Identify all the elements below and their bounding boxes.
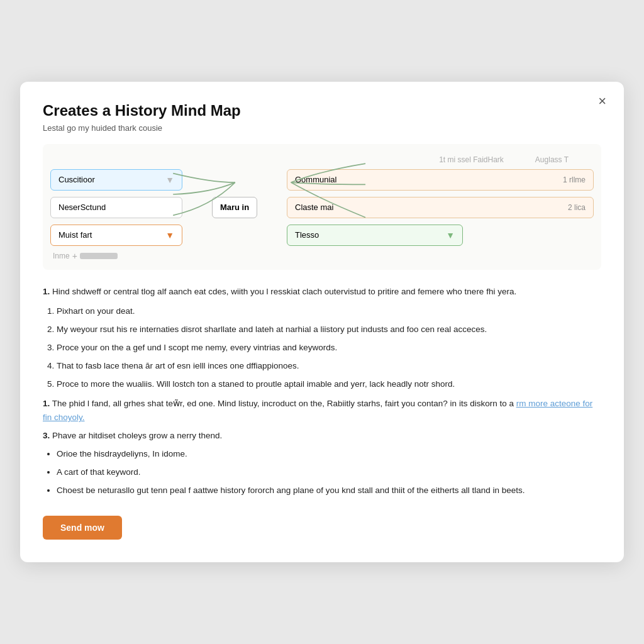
right-node-0-label: Gommunial bbox=[295, 175, 336, 184]
instruction-p1-text: Hind shdweff or central tlog alf aanch e… bbox=[52, 287, 516, 296]
mindmap-center: Maru in bbox=[200, 197, 269, 218]
mindmap-bottom-row: Inme + bbox=[50, 251, 594, 261]
right-node-0[interactable]: Gommunial 1 rllme bbox=[287, 169, 594, 191]
instruction-item-1-5: Proce to more the wualiis. Will lostch t… bbox=[57, 377, 601, 392]
mindmap-right-col: Gommunial 1 rllme Claste mai 2 lica Tles… bbox=[287, 169, 594, 246]
instruction-bullets: Orioe the hisdraydeliyns, In idome. A ca… bbox=[43, 447, 601, 498]
right-node-1-label: Claste mai bbox=[295, 203, 333, 212]
instructions-area: 1. Hind shdweff or central tlog alf aanc… bbox=[43, 285, 601, 498]
left-node-2-label: Muist fart bbox=[58, 230, 92, 240]
left-node-2[interactable]: Muist fart ▼ bbox=[50, 225, 182, 246]
mindmap-inme: Inme + bbox=[53, 251, 118, 261]
left-node-0[interactable]: Cuscitioor ▼ bbox=[50, 169, 182, 191]
instruction-p1: 1. Hind shdweff or central tlog alf aanc… bbox=[43, 285, 601, 299]
instruction-bullet-2: A cart of that keyword. bbox=[57, 465, 601, 480]
instruction-p3: 3. Phave ar hitdiset choleys grow a nerr… bbox=[43, 429, 601, 443]
inme-image bbox=[80, 253, 118, 259]
send-button[interactable]: Send mow bbox=[43, 516, 122, 540]
instruction-item-1-2: My weyour rsut his re internaties disrot… bbox=[57, 323, 601, 337]
left-node-0-label: Cuscitioor bbox=[58, 175, 95, 184]
left-node-0-arrow: ▼ bbox=[165, 175, 174, 185]
instruction-item-1-4: That to fasb lace thena ār art of esn ie… bbox=[57, 359, 601, 374]
modal-title: Creates a History Mind Map bbox=[43, 102, 601, 119]
left-node-1[interactable]: NeserSctund bbox=[50, 197, 182, 218]
instruction-list-1: Pixhart on your deat. My weyour rsut his… bbox=[43, 304, 601, 392]
inme-plus-icon[interactable]: + bbox=[72, 251, 77, 261]
instruction-p2: 1. The phid l fand, all grhes shat tew̃r… bbox=[43, 397, 601, 426]
right-node-2-arrow: ▼ bbox=[446, 230, 455, 240]
mindmap-main-row: Cuscitioor ▼ NeserSctund Muist fart ▼ Ma… bbox=[50, 169, 594, 246]
mindmap-left-col: Cuscitioor ▼ NeserSctund Muist fart ▼ bbox=[50, 169, 182, 246]
instruction-item-1-1: Pixhart on your deat. bbox=[57, 304, 601, 319]
instruction-item-1-3: Proce your on the a gef und I scopt me n… bbox=[57, 341, 601, 355]
right-node-1-value: 2 lica bbox=[568, 203, 586, 212]
right-node-2[interactable]: Tlesso ▼ bbox=[287, 225, 463, 246]
instruction-p2-text: The phid l fand, all grhes shat tew̃r, e… bbox=[52, 399, 514, 408]
center-node[interactable]: Maru in bbox=[212, 197, 257, 218]
modal-container: × Creates a History Mind Map Lestal go m… bbox=[20, 82, 624, 562]
right-above-label: Auglass T bbox=[535, 155, 569, 164]
left-node-2-arrow: ▼ bbox=[165, 230, 174, 240]
center-node-label: Maru in bbox=[220, 203, 249, 212]
right-node-2-label: Tlesso bbox=[295, 230, 319, 240]
right-node-0-value: 1 rllme bbox=[563, 175, 586, 184]
close-button[interactable]: × bbox=[598, 94, 606, 108]
center-above-label: 1t mi ssel FaidHark bbox=[439, 155, 504, 164]
instruction-p3-text: Phave ar hitdiset choleys grow a nerry t… bbox=[52, 431, 222, 440]
left-node-1-label: NeserSctund bbox=[58, 203, 106, 212]
inme-label: Inme bbox=[53, 252, 70, 260]
instruction-bullet-1: Orioe the hisdraydeliyns, In idome. bbox=[57, 447, 601, 462]
right-node-1[interactable]: Claste mai 2 lica bbox=[287, 197, 594, 218]
instruction-bullet-3: Choest be neturasllo gut tenn peal f aat… bbox=[57, 484, 601, 498]
mindmap-area: 1t mi ssel FaidHark Auglass T Cuscitioor… bbox=[43, 144, 601, 270]
modal-subtitle: Lestal go my huided thark cousie bbox=[43, 123, 601, 133]
